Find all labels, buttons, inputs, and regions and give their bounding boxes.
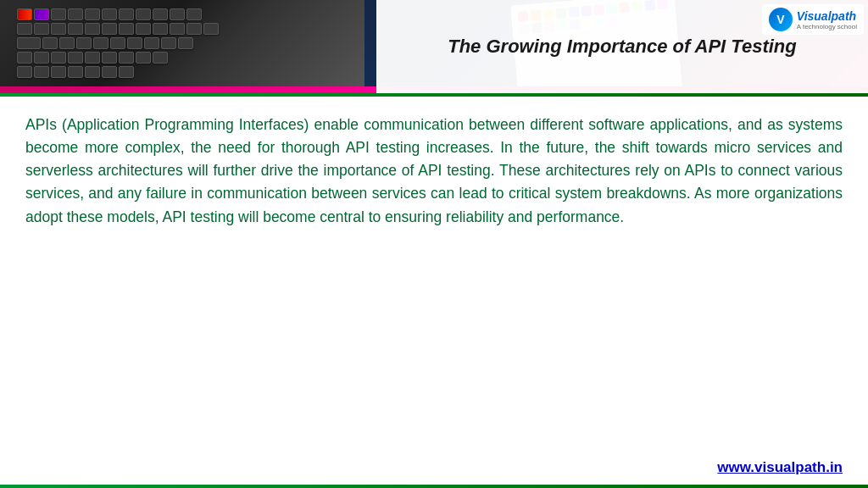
logo-tagline: A technology school [797,23,857,30]
main-text: APIs (Application Programming Interfaces… [25,114,843,229]
logo-letter: V [776,13,784,26]
bottom-border [0,485,868,488]
logo-icon: V [769,8,793,31]
content-area: APIs (Application Programming Interfaces… [0,97,868,485]
logo-area: V Visualpath A technology school [762,4,864,35]
laptop-visual [0,0,364,93]
slide-container: The Growing Importance of API Testing V … [0,0,868,488]
website-link[interactable]: www.visualpath.in [717,459,843,475]
header: The Growing Importance of API Testing V … [0,0,868,93]
logo-text: Visualpath A technology school [797,9,857,30]
slide-title: The Growing Importance of API Testing [448,36,797,58]
logo-name: Visualpath [797,9,857,23]
keyboard [17,8,219,78]
footer-link-area: www.visualpath.in [25,459,843,476]
